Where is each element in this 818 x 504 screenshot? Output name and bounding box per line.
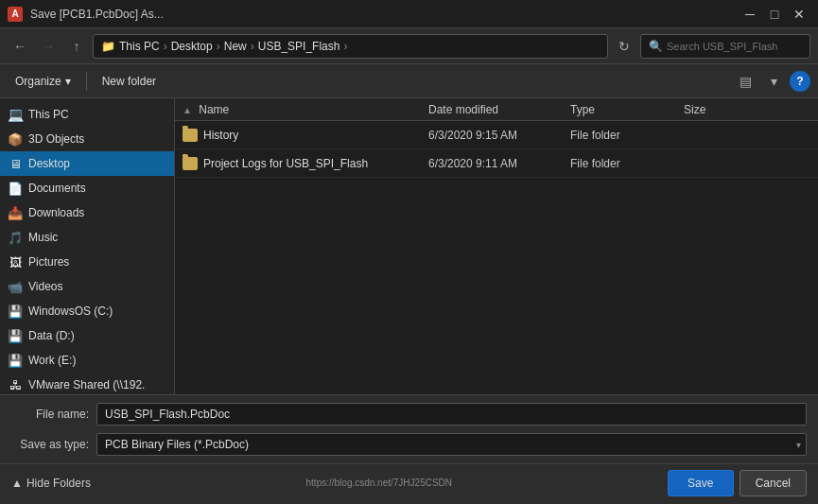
column-size[interactable]: Size bbox=[684, 103, 810, 116]
sidebar-item-pictures[interactable]: 🖼 Pictures bbox=[0, 250, 174, 274]
view-arrow-button[interactable]: ▾ bbox=[761, 69, 786, 94]
new-folder-label: New folder bbox=[102, 75, 156, 88]
save-as-type-select[interactable]: PCB Binary Files (*.PcbDoc) PCB ASCII Fi… bbox=[96, 433, 807, 456]
hide-folders-label: Hide Folders bbox=[26, 477, 91, 490]
sidebar-item-3d-objects[interactable]: 📦 3D Objects bbox=[0, 127, 174, 151]
toolbar-divider bbox=[86, 72, 87, 91]
file-type-cell: File folder bbox=[570, 129, 684, 142]
organize-arrow: ▾ bbox=[65, 75, 71, 88]
action-bar: ▲ Hide Folders https://blog.csdn.net/7JH… bbox=[0, 463, 818, 501]
file-date-cell: 6/3/2020 9:11 AM bbox=[428, 157, 570, 170]
sort-arrow: ▲ bbox=[183, 105, 192, 115]
drive-d-icon: 💾 bbox=[8, 328, 23, 343]
column-type[interactable]: Type bbox=[570, 103, 684, 116]
sidebar-item-label: Desktop bbox=[28, 157, 70, 170]
pictures-icon: 🖼 bbox=[8, 254, 23, 269]
table-row[interactable]: History 6/3/2020 9:15 AM File folder bbox=[175, 121, 818, 149]
sidebar-item-label: Work (E:) bbox=[28, 354, 76, 367]
search-bar: 🔍 bbox=[640, 34, 810, 59]
save-as-type-row: Save as type: PCB Binary Files (*.PcbDoc… bbox=[11, 431, 807, 458]
window-title: Save [PCB1.PcbDoc] As... bbox=[30, 8, 164, 21]
title-bar-left: A Save [PCB1.PcbDoc] As... bbox=[8, 7, 164, 22]
forward-button[interactable]: → bbox=[36, 34, 61, 59]
toolbar: Organize ▾ New folder ▤ ▾ ? bbox=[0, 64, 818, 98]
file-type-cell: File folder bbox=[570, 157, 684, 170]
file-date-cell: 6/3/2020 9:15 AM bbox=[428, 129, 570, 142]
breadcrumb-new: New bbox=[224, 40, 247, 53]
sidebar-item-label: This PC bbox=[28, 108, 69, 121]
downloads-icon: 📥 bbox=[8, 205, 23, 220]
sidebar-item-label: Videos bbox=[28, 280, 62, 293]
back-button[interactable]: ← bbox=[8, 34, 32, 59]
drive-c-icon: 💾 bbox=[8, 304, 23, 319]
up-button[interactable]: ↑ bbox=[64, 34, 89, 59]
breadcrumb-desktop: Desktop bbox=[171, 40, 213, 53]
breadcrumb[interactable]: 📁 This PC › Desktop › New › USB_SPI_Flas… bbox=[93, 34, 608, 59]
sidebar-item-label: Music bbox=[28, 231, 58, 244]
file-name-input[interactable] bbox=[96, 403, 807, 426]
folder-icon bbox=[183, 157, 198, 170]
sidebar-item-label: Downloads bbox=[28, 206, 84, 219]
file-name-label: File name: bbox=[11, 408, 96, 421]
sidebar: 💻 This PC 📦 3D Objects 🖥 Desktop 📄 Docum… bbox=[0, 98, 175, 394]
hide-folders-icon: ▲ bbox=[11, 477, 23, 490]
sidebar-item-data-d[interactable]: 💾 Data (D:) bbox=[0, 323, 174, 348]
table-row[interactable]: Project Logs for USB_SPI_Flash 6/3/2020 … bbox=[175, 149, 818, 178]
minimize-button[interactable]: ─ bbox=[739, 5, 761, 24]
sidebar-item-label: Documents bbox=[28, 182, 86, 195]
hide-folders-button[interactable]: ▲ Hide Folders bbox=[11, 477, 91, 490]
sidebar-item-this-pc[interactable]: 💻 This PC bbox=[0, 102, 174, 127]
navigation-bar: ← → ↑ 📁 This PC › Desktop › New › USB_SP… bbox=[0, 28, 818, 64]
sidebar-item-videos[interactable]: 📹 Videos bbox=[0, 274, 174, 299]
sidebar-item-vmware[interactable]: 🖧 VMware Shared (\\192. bbox=[0, 373, 174, 394]
breadcrumb-this-pc: 📁 bbox=[101, 40, 115, 53]
music-icon: 🎵 bbox=[8, 230, 23, 245]
main-content: 💻 This PC 📦 3D Objects 🖥 Desktop 📄 Docum… bbox=[0, 98, 818, 394]
desktop-icon: 🖥 bbox=[8, 156, 23, 171]
status-url: https://blog.csdn.net/7JHJ25CSDN bbox=[306, 478, 453, 488]
maximize-button[interactable]: □ bbox=[763, 5, 786, 24]
title-bar: A Save [PCB1.PcbDoc] As... ─ □ ✕ bbox=[0, 0, 818, 28]
toolbar-right: ▤ ▾ ? bbox=[733, 69, 810, 94]
bottom-form: File name: Save as type: PCB Binary File… bbox=[0, 394, 818, 463]
file-name-cell: Project Logs for USB_SPI_Flash bbox=[183, 157, 428, 170]
window-controls: ─ □ ✕ bbox=[739, 5, 810, 24]
save-as-type-wrap: PCB Binary Files (*.PcbDoc) PCB ASCII Fi… bbox=[96, 433, 807, 456]
close-button[interactable]: ✕ bbox=[788, 5, 810, 24]
file-list: ▲ Name Date modified Type Size History 6… bbox=[175, 98, 818, 394]
videos-icon: 📹 bbox=[8, 279, 23, 294]
sidebar-item-downloads[interactable]: 📥 Downloads bbox=[0, 200, 174, 225]
sidebar-item-documents[interactable]: 📄 Documents bbox=[0, 176, 174, 200]
new-folder-button[interactable]: New folder bbox=[95, 71, 164, 92]
sidebar-item-windows-c[interactable]: 💾 WindowsOS (C:) bbox=[0, 299, 174, 323]
sidebar-item-music[interactable]: 🎵 Music bbox=[0, 225, 174, 250]
documents-icon: 📄 bbox=[8, 181, 23, 196]
drive-e-icon: 💾 bbox=[8, 353, 23, 368]
view-button[interactable]: ▤ bbox=[733, 69, 757, 94]
network-icon: 🖧 bbox=[8, 377, 23, 392]
column-date-modified[interactable]: Date modified bbox=[428, 103, 570, 116]
organize-button[interactable]: Organize ▾ bbox=[8, 71, 78, 92]
breadcrumb-usb-spi-flash: USB_SPI_Flash bbox=[258, 40, 340, 53]
breadcrumb-this-pc-label: This PC bbox=[119, 40, 160, 53]
help-button[interactable]: ? bbox=[790, 71, 810, 92]
column-name[interactable]: ▲ Name bbox=[183, 103, 428, 116]
refresh-button[interactable]: ↻ bbox=[612, 34, 636, 59]
save-button[interactable]: Save bbox=[668, 470, 734, 496]
sidebar-item-desktop[interactable]: 🖥 Desktop bbox=[0, 151, 174, 176]
search-icon: 🔍 bbox=[649, 40, 663, 53]
sidebar-item-label: 3D Objects bbox=[28, 132, 84, 146]
sidebar-item-label: Pictures bbox=[28, 255, 69, 269]
file-list-header: ▲ Name Date modified Type Size bbox=[175, 98, 818, 121]
sidebar-item-work-e[interactable]: 💾 Work (E:) bbox=[0, 348, 174, 373]
file-name-row: File name: bbox=[11, 401, 807, 427]
cancel-button[interactable]: Cancel bbox=[740, 470, 807, 496]
sidebar-item-label: Data (D:) bbox=[28, 329, 75, 342]
folder-icon bbox=[183, 129, 198, 142]
sidebar-item-label: VMware Shared (\\192. bbox=[28, 378, 145, 391]
app-icon: A bbox=[8, 7, 23, 22]
search-input[interactable] bbox=[667, 41, 790, 52]
organize-label: Organize bbox=[15, 75, 61, 88]
3d-objects-icon: 📦 bbox=[8, 131, 23, 147]
sidebar-item-label: WindowsOS (C:) bbox=[28, 304, 113, 318]
